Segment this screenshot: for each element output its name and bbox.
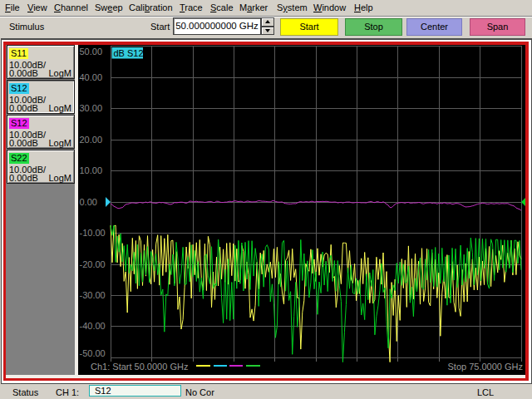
svg-text:40.00: 40.00 [80, 72, 103, 82]
svg-text:-40.00: -40.00 [80, 321, 106, 331]
svg-text:10.00: 10.00 [80, 165, 103, 175]
svg-text:0.00: 0.00 [80, 197, 97, 207]
svg-text:50.00: 50.00 [80, 47, 103, 57]
svg-text:-50.00: -50.00 [80, 348, 106, 358]
svg-text:-30.00: -30.00 [80, 290, 106, 300]
svg-text:-10.00: -10.00 [80, 228, 106, 238]
svg-text:Ch1: Start 50.0000 GHz: Ch1: Start 50.0000 GHz [91, 362, 188, 372]
svg-text:-20.00: -20.00 [80, 259, 106, 269]
svg-text:30.00: 30.00 [80, 103, 103, 113]
svg-text:20.00: 20.00 [80, 135, 103, 145]
svg-text:Stop 75.0000 GHz: Stop 75.0000 GHz [447, 362, 523, 372]
svg-text:dB S12: dB S12 [114, 48, 144, 58]
